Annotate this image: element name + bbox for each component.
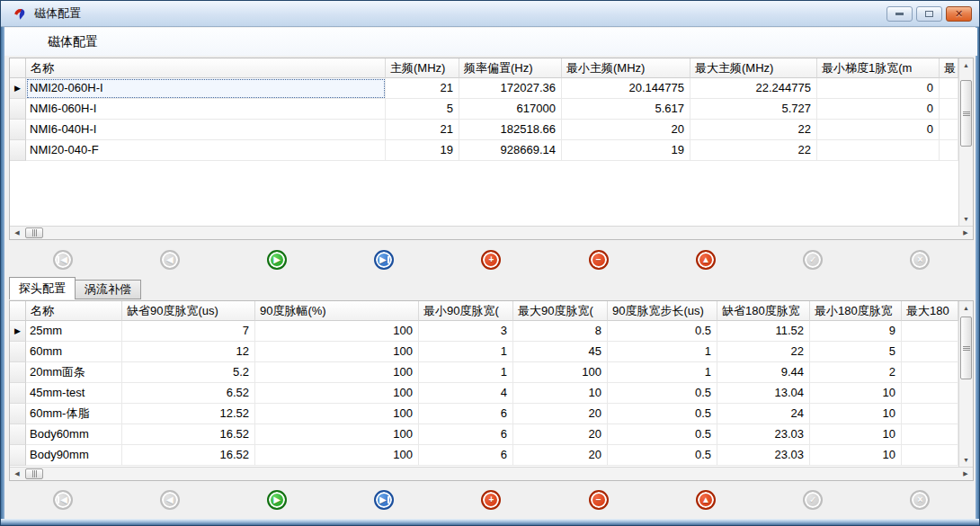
row-selector-cell[interactable]: ▶ [10,321,26,342]
table-cell[interactable]: 1 [608,342,717,362]
row-selector-cell[interactable] [10,424,26,445]
table-cell[interactable]: 4 [419,383,513,404]
table-cell[interactable]: 19 [562,140,690,161]
table-cell[interactable]: 5 [810,342,902,362]
scroll-left-icon[interactable]: ◀ [10,468,24,480]
nav-insert-button[interactable]: + [481,490,501,510]
table-cell[interactable]: 1 [608,362,717,383]
table-cell[interactable]: 100 [255,342,419,362]
table-cell[interactable] [817,140,940,161]
column-header[interactable]: 名称 [26,301,122,321]
tab-eddy-compensation[interactable]: 涡流补偿 [76,280,141,299]
nav-next-button[interactable]: ▶ [267,250,287,270]
nav-insert-button[interactable]: + [481,250,501,270]
close-button[interactable]: ✕ [946,6,972,22]
table-cell[interactable]: 20 [513,445,608,466]
table-cell[interactable] [940,99,958,120]
table-cell[interactable] [902,424,958,445]
table-cell[interactable]: 6 [419,445,513,466]
nav-last-button[interactable]: ▶ [374,250,394,270]
table-cell[interactable]: 0.5 [608,404,717,424]
minimize-button[interactable] [886,6,913,22]
table-cell[interactable]: 6 [419,404,513,424]
column-header[interactable]: 名称 [26,58,386,78]
table-cell[interactable]: 100 [513,362,608,383]
table-cell[interactable]: 9.44 [717,362,810,383]
column-header[interactable]: 最小180度脉宽 [810,301,902,321]
table-cell[interactable] [902,383,958,404]
table-cell[interactable]: 10 [810,445,902,466]
table-cell[interactable]: 100 [255,424,419,445]
scroll-right-icon[interactable]: ▶ [958,468,973,480]
table-cell[interactable]: 10 [810,383,902,404]
horizontal-scrollbar[interactable]: ◀▶ [10,226,973,239]
row-selector-cell[interactable] [10,99,26,120]
table-cell[interactable]: 20.144775 [562,78,690,99]
column-header[interactable]: 最小梯度1脉宽(m [817,58,940,78]
table-cell[interactable]: NMI6-060H-I [26,99,386,120]
table-cell[interactable]: 0.5 [608,383,717,404]
table-cell[interactable]: 8 [513,321,608,342]
table-cell[interactable]: 10 [810,404,902,424]
horizontal-scrollbar[interactable]: ◀▶ [10,467,973,480]
column-header[interactable]: 频率偏置(Hz) [459,58,562,78]
row-selector-cell[interactable]: ▶ [10,78,26,99]
row-selector-cell[interactable] [10,342,26,362]
scroll-up-icon[interactable]: ▲ [959,301,973,315]
table-cell[interactable]: 100 [255,321,419,342]
table-cell[interactable]: Body90mm [26,445,122,466]
column-header[interactable]: 主频(MHz) [386,58,459,78]
tab-probe-config[interactable]: 探头配置 [9,277,76,299]
table-cell[interactable]: 10 [513,383,608,404]
vertical-scrollbar[interactable]: ▲▼ [958,301,973,467]
table-cell[interactable]: 22 [717,342,810,362]
row-selector-cell[interactable] [10,383,26,404]
table-cell[interactable]: 100 [255,404,419,424]
table-cell[interactable] [902,321,958,342]
table-cell[interactable]: 928669.14 [459,140,562,161]
table-cell[interactable]: 20 [513,424,608,445]
table-cell[interactable]: 1 [419,342,513,362]
table-cell[interactable]: 19 [386,140,459,161]
table-cell[interactable]: 0 [817,78,940,99]
table-cell[interactable]: Body60mm [26,424,122,445]
table-cell[interactable]: 10 [810,424,902,445]
table-cell[interactable]: 5.727 [690,99,817,120]
table-cell[interactable]: 0.5 [608,424,717,445]
table-cell[interactable]: 0.5 [608,445,717,466]
table-cell[interactable]: 20 [513,404,608,424]
table-cell[interactable]: 12 [122,342,255,362]
column-header[interactable]: 90度脉宽步长(us) [608,301,717,321]
table-cell[interactable]: 20 [562,120,690,140]
table-cell[interactable]: 0 [817,120,940,140]
row-selector-cell[interactable] [10,445,26,466]
table-cell[interactable] [940,78,958,99]
row-selector-cell[interactable] [10,120,26,140]
horizontal-scroll-thumb[interactable] [25,468,43,479]
table-cell[interactable]: 1 [419,362,513,383]
table-cell[interactable]: 21 [386,78,459,99]
table-cell[interactable]: 3 [419,321,513,342]
table-cell[interactable]: 5 [386,99,459,120]
vertical-scroll-thumb[interactable] [960,316,972,379]
scroll-down-icon[interactable]: ▼ [959,212,973,226]
row-selector-cell[interactable] [10,362,26,383]
maximize-button[interactable] [916,6,942,22]
table-cell[interactable]: 21 [386,120,459,140]
table-cell[interactable]: 22.244775 [690,78,817,99]
table-cell[interactable]: 45 [513,342,608,362]
table-cell[interactable]: 5.617 [562,99,690,120]
table-cell[interactable]: 24 [717,404,810,424]
table-cell[interactable]: 23.03 [717,445,810,466]
table-cell[interactable]: 20mm面条 [26,362,122,383]
table-cell[interactable] [902,342,958,362]
column-header[interactable]: 90度脉幅(%) [255,301,419,321]
table-cell[interactable] [940,140,958,161]
table-cell[interactable]: 617000 [459,99,562,120]
table-cell[interactable]: 12.52 [122,404,255,424]
column-header[interactable]: 最大180 [902,301,958,321]
table-cell[interactable]: 7 [122,321,255,342]
row-selector-cell[interactable] [10,140,26,161]
table-cell[interactable]: 45mm-test [26,383,122,404]
table-cell[interactable]: 100 [255,383,419,404]
